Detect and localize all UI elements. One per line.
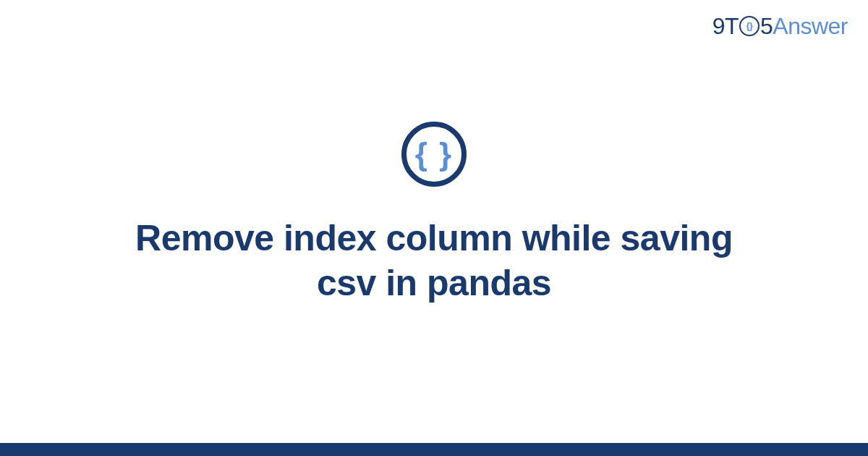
main-content: { } Remove index column while saving csv… <box>0 0 868 456</box>
braces-glyph: { } <box>415 138 453 170</box>
footer-accent-bar <box>0 443 868 456</box>
page-title: Remove index column while saving csv in … <box>109 216 760 306</box>
braces-icon: { } <box>401 122 467 187</box>
